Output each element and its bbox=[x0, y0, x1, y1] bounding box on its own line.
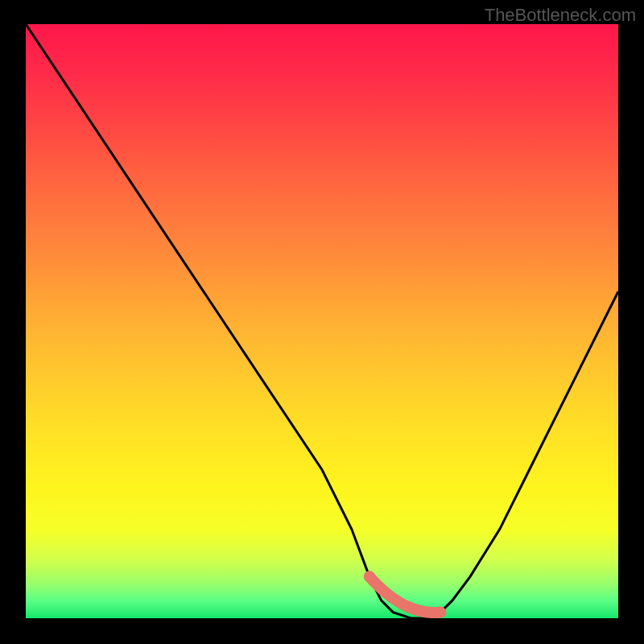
optimal-zone-end-dot-left bbox=[364, 571, 375, 582]
optimal-zone-end-dot-right bbox=[435, 607, 446, 618]
plot-area bbox=[26, 24, 618, 618]
optimal-zone-marker bbox=[369, 576, 440, 613]
watermark-text: TheBottleneck.com bbox=[485, 5, 636, 26]
bottleneck-curve-path bbox=[26, 24, 618, 618]
chart-container: TheBottleneck.com bbox=[0, 0, 644, 644]
curve-svg bbox=[26, 24, 618, 618]
